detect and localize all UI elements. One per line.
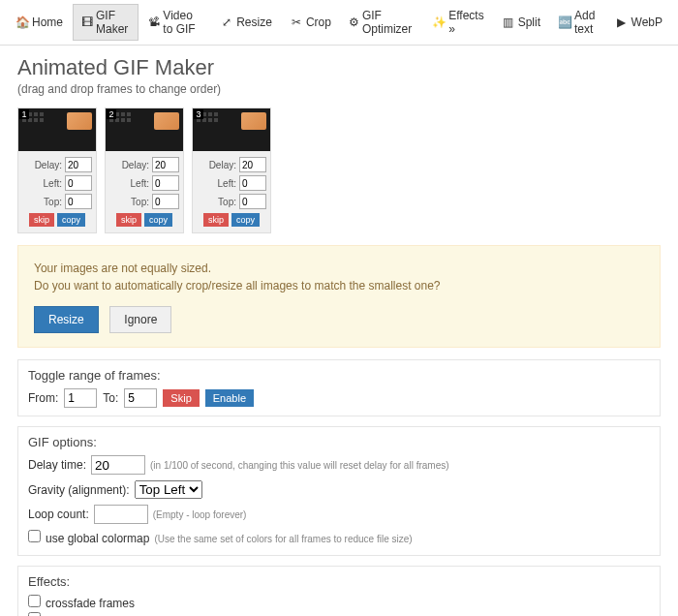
from-label: From: <box>28 391 58 405</box>
page-title: Animated GIF Maker <box>17 55 661 80</box>
nav-label: Split <box>518 15 540 29</box>
to-input[interactable] <box>124 388 157 408</box>
nav-label: Home <box>32 15 63 29</box>
toggle-title: Toggle range of frames: <box>28 368 650 383</box>
range-enable-button[interactable]: Enable <box>205 389 254 407</box>
top-input[interactable] <box>65 194 92 209</box>
nav-optimizer[interactable]: ⚙GIF Optimizer <box>341 4 422 41</box>
options-panel: GIF options: Delay time: (in 1/100 of se… <box>17 426 661 556</box>
effects-icon: ✨ <box>432 15 446 29</box>
crossfade-label: crossfade frames <box>46 597 135 610</box>
nav-label: Effects » <box>448 9 483 36</box>
skip-button[interactable]: skip <box>203 213 229 227</box>
frames-list: 1 Delay: Left: Top: skipcopy 2 Delay: Le… <box>17 108 661 233</box>
top-input[interactable] <box>152 194 179 209</box>
nav-home[interactable]: 🏠Home <box>8 4 71 41</box>
frame-item[interactable]: 3 Delay: Left: Top: skipcopy <box>192 108 271 233</box>
copy-button[interactable]: copy <box>231 213 260 227</box>
nav-crop[interactable]: ✂Crop <box>282 4 339 41</box>
top-label: Top: <box>22 197 62 207</box>
left-input[interactable] <box>152 175 179 191</box>
frame-item[interactable]: 2 Delay: Left: Top: skipcopy <box>105 108 184 233</box>
left-label: Left: <box>22 178 62 189</box>
nav-effects[interactable]: ✨Effects » <box>424 4 491 41</box>
toggle-panel: Toggle range of frames: From: To: Skip E… <box>17 359 661 416</box>
nav-label: WebP <box>632 15 663 29</box>
delay-time-input[interactable] <box>91 455 145 475</box>
effects-panel: Effects: crossfade frames don't stack fr… <box>17 566 661 616</box>
nav-label: Add text <box>574 9 598 36</box>
from-input[interactable] <box>64 388 97 408</box>
to-label: To: <box>103 391 118 405</box>
effects-title: Effects: <box>28 574 650 589</box>
gravity-label: Gravity (alignment): <box>28 483 130 497</box>
resize-icon: ⤢ <box>220 15 233 29</box>
frame-number: 1 <box>19 109 29 119</box>
delay-label: Delay: <box>109 160 149 170</box>
nav-gif-maker[interactable]: 🎞GIF Maker <box>73 4 139 41</box>
left-input[interactable] <box>65 175 92 191</box>
loop-hint: (Empty - loop forever) <box>153 509 247 520</box>
nav-video-to-gif[interactable]: 📽Video to GIF <box>140 4 210 41</box>
ignore-button[interactable]: Ignore <box>109 306 171 333</box>
resize-button[interactable]: Resize <box>34 306 99 333</box>
gif-maker-icon: 🎞 <box>81 15 93 29</box>
nav-resize[interactable]: ⤢Resize <box>212 4 280 41</box>
frame-thumbnail[interactable] <box>106 108 183 151</box>
text-icon: 🔤 <box>558 15 571 29</box>
webp-icon: ▶ <box>615 15 629 29</box>
left-label: Left: <box>109 178 149 189</box>
nav-add-text[interactable]: 🔤Add text <box>550 4 605 41</box>
delay-input[interactable] <box>239 157 266 172</box>
crop-icon: ✂ <box>290 15 303 29</box>
size-warning: Your images are not equally sized.Do you… <box>17 245 661 348</box>
split-icon: ▥ <box>502 15 515 29</box>
copy-button[interactable]: copy <box>57 213 85 227</box>
warning-text-1: Your images are not equally sized. <box>34 262 211 275</box>
colormap-label: use global colormap <box>46 532 149 545</box>
content: Animated GIF Maker (drag and drop frames… <box>0 46 678 616</box>
loop-label: Loop count: <box>28 508 89 521</box>
optimizer-icon: ⚙ <box>349 15 359 29</box>
delay-hint: (in 1/100 of second, changing this value… <box>150 460 449 471</box>
delay-input[interactable] <box>65 157 92 172</box>
top-label: Top: <box>197 197 236 207</box>
nav-label: Crop <box>306 15 331 29</box>
colormap-hint: (Use the same set of colors for all fram… <box>154 534 412 544</box>
top-input[interactable] <box>239 194 266 209</box>
colormap-checkbox[interactable] <box>28 530 41 542</box>
copy-button[interactable]: copy <box>144 213 172 227</box>
top-label: Top: <box>109 197 149 207</box>
loop-input[interactable] <box>94 505 148 524</box>
page-subtitle: (drag and drop frames to change order) <box>17 82 661 96</box>
frame-number: 3 <box>194 109 203 119</box>
nav-label: Video to GIF <box>163 9 202 36</box>
nostack-checkbox[interactable] <box>28 612 41 616</box>
frame-number: 2 <box>107 109 116 119</box>
top-nav: 🏠Home 🎞GIF Maker 📽Video to GIF ⤢Resize ✂… <box>0 0 678 46</box>
left-input[interactable] <box>239 175 266 191</box>
crossfade-checkbox[interactable] <box>28 595 41 607</box>
nav-label: GIF Maker <box>96 9 130 36</box>
options-title: GIF options: <box>28 435 650 449</box>
frame-item[interactable]: 1 Delay: Left: Top: skipcopy <box>17 108 97 233</box>
frame-thumbnail[interactable] <box>193 108 270 151</box>
video-icon: 📽 <box>148 15 160 29</box>
delay-input[interactable] <box>152 157 179 172</box>
nav-split[interactable]: ▥Split <box>494 4 548 41</box>
gravity-select[interactable]: Top Left <box>135 480 202 499</box>
nav-label: GIF Optimizer <box>362 9 415 36</box>
nav-label: Resize <box>236 15 272 29</box>
frame-thumbnail[interactable] <box>18 108 96 151</box>
skip-button[interactable]: skip <box>116 213 141 227</box>
skip-button[interactable]: skip <box>29 213 54 227</box>
range-skip-button[interactable]: Skip <box>163 389 199 407</box>
delay-label: Delay: <box>22 160 62 170</box>
nav-webp[interactable]: ▶WebP <box>607 4 670 41</box>
delay-label: Delay: <box>197 160 236 170</box>
left-label: Left: <box>197 178 236 189</box>
home-icon: 🏠 <box>15 15 29 29</box>
warning-text-2: Do you want to automatically crop/resize… <box>34 279 441 293</box>
delay-time-label: Delay time: <box>28 458 86 472</box>
